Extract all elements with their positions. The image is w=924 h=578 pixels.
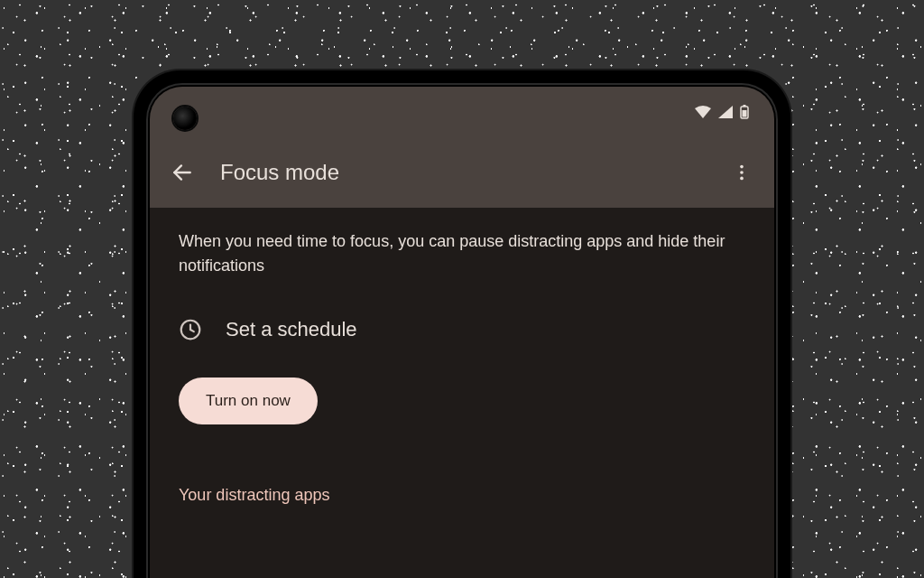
set-schedule-label: Set a schedule [226,318,357,341]
battery-icon [740,105,749,119]
svg-point-5 [740,171,744,174]
set-schedule-row[interactable]: Set a schedule [179,318,745,341]
wifi-icon [695,106,711,118]
app-bar: Focus mode [150,137,774,208]
status-bar [150,87,774,137]
camera-punch-hole [173,107,197,130]
svg-rect-1 [744,105,746,107]
content-area: When you need time to focus, you can pau… [150,208,774,527]
turn-on-now-button[interactable]: Turn on now [179,378,318,424]
phone-screen: Focus mode When you need time to focus, … [150,87,774,578]
svg-point-4 [740,165,744,169]
distracting-apps-header: Your distracting apps [179,486,745,505]
page-title: Focus mode [220,160,704,185]
feature-description: When you need time to focus, you can pau… [179,229,745,278]
overflow-menu-button[interactable] [729,160,754,185]
cellular-signal-icon [718,106,733,118]
clock-icon [179,318,202,341]
svg-point-6 [740,177,744,181]
back-button[interactable] [170,160,195,185]
svg-rect-2 [743,110,747,117]
phone-device-frame: Focus mode When you need time to focus, … [134,70,790,578]
